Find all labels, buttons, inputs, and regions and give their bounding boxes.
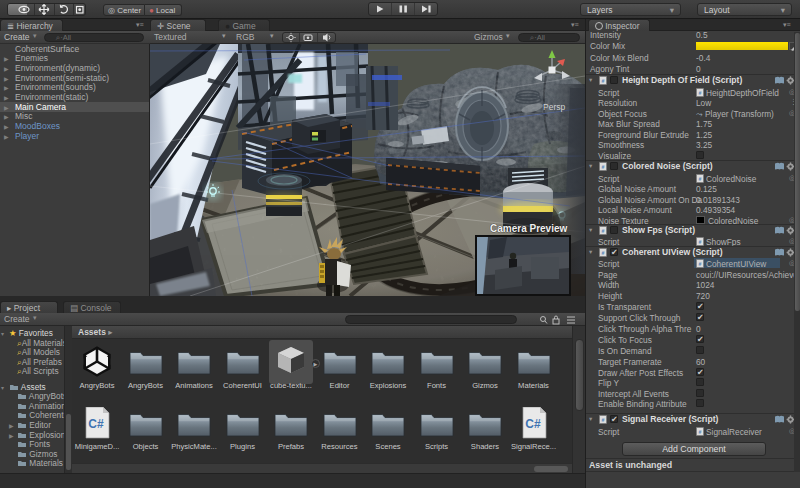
svg-text:#: #	[699, 175, 702, 181]
svg-text:#: #	[699, 428, 702, 434]
svg-text:#: #	[602, 78, 605, 84]
svg-text:#: #	[602, 417, 605, 423]
svg-text:Camera Preview: Camera Preview	[490, 223, 567, 234]
svg-text:#: #	[602, 164, 605, 170]
svg-text:#: #	[602, 228, 605, 234]
svg-text:#: #	[699, 89, 702, 95]
svg-text:#: #	[699, 238, 702, 244]
svg-text:Persp: Persp	[543, 102, 565, 112]
svg-text:#: #	[602, 249, 605, 255]
svg-text:#: #	[699, 261, 702, 267]
